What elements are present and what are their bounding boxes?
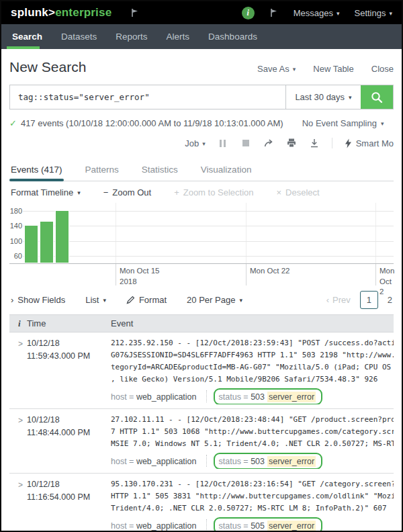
export-button[interactable]	[309, 138, 320, 148]
download-icon	[309, 138, 320, 148]
show-fields-toggle[interactable]: ›Show Fields	[11, 295, 65, 305]
field-status[interactable]: status = 503server_error	[219, 455, 316, 467]
page-button-1[interactable]: 1	[360, 291, 378, 309]
timeline-bar[interactable]	[24, 225, 38, 263]
zoom-to-selection-label: Zoom to Selection	[183, 187, 254, 197]
event-sampling-menu[interactable]: No Event Sampling▾	[302, 118, 384, 128]
search-mode-selector[interactable]: Smart Mo	[345, 138, 394, 148]
nav-item-search[interactable]: Search	[3, 25, 52, 49]
field-host[interactable]: host = web_application	[111, 455, 197, 467]
timeline-toolbar: Format Timeline▾ −Zoom Out +Zoom to Sele…	[9, 181, 394, 203]
nav-item-reports[interactable]: Reports	[106, 25, 156, 49]
deselect-button[interactable]: ×Deselect	[277, 187, 320, 197]
field-status[interactable]: status = 503server_error	[219, 390, 316, 402]
timeline-x-axis: Mon Oct 15 2018Mon Oct 22Mon Oct 2	[9, 263, 394, 285]
messages-label: Messages	[294, 8, 333, 18]
event-cell: 212.235.92.150 - - [12/Oct/2018:23:59:43…	[111, 337, 394, 404]
nav-item-datasets[interactable]: Datasets	[52, 25, 106, 49]
per-page-label: 20 Per Page	[187, 295, 235, 305]
share-button[interactable]	[263, 138, 274, 148]
field-status[interactable]: status = 505server_error	[219, 519, 316, 531]
chevron-down-icon: ▾	[293, 66, 296, 73]
time-range-label: Last 30 days	[295, 92, 345, 102]
gridline	[23, 256, 394, 257]
tab-visualization[interactable]: Visualization	[201, 159, 252, 181]
activity-pennant-icon[interactable]	[269, 8, 279, 17]
vertical-gridline	[246, 203, 247, 263]
search-button[interactable]	[361, 85, 393, 109]
field-host[interactable]: host = web_application	[111, 390, 197, 402]
result-count-text: 417 events (10/10/18 12:00:00.000 AM to …	[21, 118, 283, 128]
new-table-label: New Table	[313, 64, 353, 74]
result-tabs: Events (417)PatternsStatisticsVisualizat…	[9, 159, 394, 181]
page-header: New Search Save As▾ New Table Close	[9, 59, 394, 75]
divider	[332, 138, 332, 148]
nav-item-dashboards[interactable]: Dashboards	[199, 25, 267, 49]
format-results-menu[interactable]: Format	[126, 295, 167, 305]
job-action-bar: Job▾ Smart Mo	[9, 135, 394, 151]
deselect-label: Deselect	[285, 187, 320, 197]
expand-row-icon[interactable]: >	[18, 416, 23, 425]
per-page-menu[interactable]: 20 Per Page▾	[187, 295, 242, 305]
expand-row-icon[interactable]: >	[18, 339, 23, 349]
x-axis-tick-label: Mon Oct 15 2018	[120, 266, 159, 287]
event-raw-text[interactable]: 95.130.170.231 - - [12/Oct/2018:23:16:54…	[111, 478, 394, 515]
event-timeline-chart[interactable]: 18014010060	[9, 203, 394, 263]
tab-statistics[interactable]: Statistics	[142, 159, 178, 181]
page-title: New Search	[9, 59, 86, 75]
pause-icon	[220, 140, 226, 147]
pause-button[interactable]	[218, 138, 228, 148]
expand-row-icon[interactable]: >	[18, 480, 23, 490]
format-timeline-label: Format Timeline	[11, 187, 73, 197]
field-divider	[206, 519, 207, 531]
nav-item-alerts[interactable]: Alerts	[157, 25, 199, 49]
splunk-window: splunk>enterprise i Messages▾ Settings▾ …	[0, 0, 403, 532]
format-timeline-menu[interactable]: Format Timeline▾	[11, 187, 81, 197]
close-button[interactable]: Close	[371, 64, 394, 74]
info-circle-icon[interactable]: i	[242, 7, 255, 19]
job-status-line: ✓ 417 events (10/10/18 12:00:00.000 AM t…	[9, 118, 394, 128]
zoom-to-selection-button[interactable]: +Zoom to Selection	[174, 187, 253, 197]
tab-events-417-[interactable]: Events (417)	[11, 159, 62, 181]
search-bar: Last 30 days▾	[9, 85, 394, 109]
timeline-bar[interactable]	[55, 210, 69, 263]
activity-pennant-icon[interactable]	[130, 8, 140, 17]
event-raw-text[interactable]: 212.235.92.150 - - [12/Oct/2018:23:59:43…	[111, 337, 394, 386]
event-date: 10/12/18	[27, 337, 111, 350]
zoom-out-button[interactable]: −Zoom Out	[103, 187, 151, 197]
event-cell: 27.102.11.11 - - [12/Oct/2018:23:48:44] …	[111, 414, 394, 469]
event-time-cell[interactable]: 10/12/18 11:59:43.000 PM	[27, 337, 111, 404]
save-as-menu[interactable]: Save As▾	[257, 64, 296, 74]
event-raw-text[interactable]: 27.102.11.11 - - [12/Oct/2018:23:48:44] …	[111, 414, 394, 450]
gridline	[23, 211, 394, 212]
gridline	[23, 226, 394, 226]
chevron-down-icon: ▾	[349, 95, 352, 101]
time-range-picker[interactable]: Last 30 days▾	[285, 85, 361, 109]
y-axis-tick-label: 140	[9, 222, 22, 230]
search-icon	[370, 91, 384, 104]
tab-patterns[interactable]: Patterns	[85, 159, 119, 181]
chevron-down-icon: ▾	[389, 11, 392, 17]
field-host[interactable]: host = web_application	[111, 519, 197, 531]
chevron-down-icon: ▾	[337, 11, 340, 17]
event-time-cell[interactable]: 10/12/18 11:16:54.000 PM	[27, 478, 111, 532]
list-view-menu[interactable]: List▾	[85, 295, 106, 305]
status-annotation-box: status = 503server_error	[214, 453, 323, 470]
settings-menu[interactable]: Settings▾	[354, 8, 392, 18]
job-menu[interactable]: Job▾	[185, 138, 206, 148]
prev-page-button[interactable]: ‹Prev	[326, 295, 351, 305]
stop-button[interactable]	[240, 138, 251, 148]
search-input[interactable]	[10, 85, 285, 109]
x-axis-tick-label: Mon Oct 22	[250, 266, 289, 277]
event-time-cell[interactable]: 10/12/18 11:48:44.000 PM	[27, 414, 111, 469]
search-mode-label: Smart Mo	[356, 138, 394, 148]
vertical-gridline	[375, 203, 376, 263]
column-header-time: Time	[27, 318, 111, 328]
timeline-bar[interactable]	[40, 221, 54, 263]
print-button[interactable]	[286, 138, 297, 148]
chevron-left-icon: ‹	[326, 295, 329, 305]
splunk-logo[interactable]: splunk>enterprise	[11, 6, 111, 19]
lightning-bolt-icon	[345, 138, 352, 148]
messages-menu[interactable]: Messages▾	[294, 8, 340, 18]
new-table-button[interactable]: New Table	[313, 64, 353, 74]
